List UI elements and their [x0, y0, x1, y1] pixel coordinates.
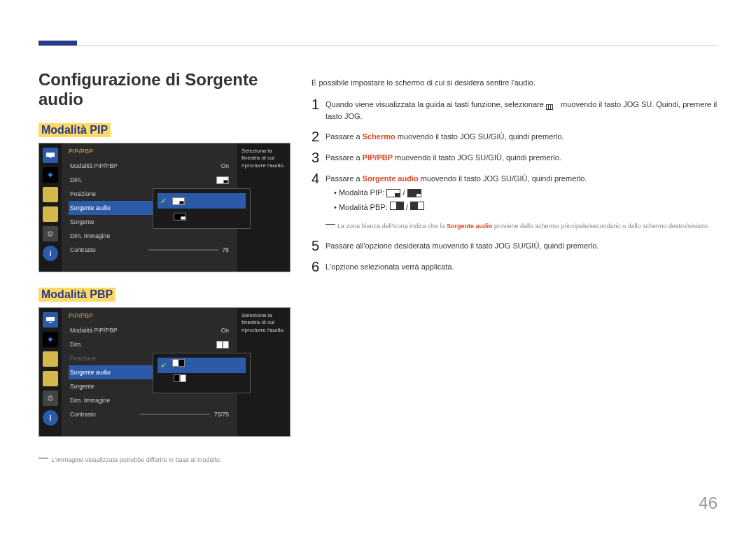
osd-sidebar: ✦ ⚙ i	[39, 143, 62, 272]
popup-pip: ✔	[153, 188, 251, 229]
osd-pip: ✦ ⚙ i PIP/PBP Modalità PIP/PBPOn Dim. Po…	[38, 143, 290, 272]
check-icon: ✔	[160, 361, 167, 370]
check-icon: ✔	[160, 197, 167, 206]
popup-pbp: ✔	[153, 353, 251, 393]
info-icon: i	[43, 410, 58, 426]
gear-icon: ⚙	[43, 391, 58, 406]
tab-icon-1	[43, 351, 58, 367]
info-icon: i	[43, 246, 58, 261]
pip-icon-sub	[407, 189, 421, 197]
pbp-option-left-icon	[172, 359, 185, 372]
bullet-pbp: • Modalità PBP: /	[334, 202, 718, 214]
osd-pbp: ✦ ⚙ i PIP/PBP Modalità PIP/PBPOn Dim. Po…	[38, 307, 290, 437]
monitor-icon	[43, 312, 58, 328]
pbp-icon-right	[410, 202, 424, 214]
step-3: 3 Passare a PIP/PBP muovendo il tasto JO…	[312, 150, 718, 165]
osd-menu: PIP/PBP Modalità PIP/PBPOn Dim. Posizion…	[62, 308, 237, 436]
left-column: Configurazione di Sorgente audio Modalit…	[38, 42, 290, 465]
right-column: È possibile impostare lo schermo di cui …	[312, 42, 718, 465]
menu-row-mode: Modalità PIP/PBPOn	[69, 159, 230, 173]
nav-icon: ✦	[43, 332, 58, 347]
step-5: 5 Passare all'opzione desiderata muovend…	[312, 238, 718, 253]
note-dash: ―	[38, 451, 48, 463]
svg-rect-3	[49, 322, 52, 323]
pbp-option-right-icon	[174, 374, 186, 387]
monitor-icon	[43, 148, 58, 163]
menu-row-imgsize: Dim. Immagine	[69, 229, 230, 243]
menu-row-dim: Dim.	[69, 337, 230, 351]
osd-sidebar: ✦ ⚙ i	[39, 308, 62, 436]
tab-icon-2	[43, 371, 58, 386]
popup-option-1: ✔	[158, 358, 246, 373]
menu-row-mode: Modalità PIP/PBPOn	[69, 323, 230, 337]
pip-option-sub-icon	[174, 213, 186, 220]
step-6: 6 L'opzione selezionata verrà applicata.	[312, 259, 718, 274]
tab-icon-2	[43, 206, 58, 222]
pbp-size-icon	[216, 341, 229, 349]
popup-option-2	[158, 373, 246, 388]
slider-track	[148, 249, 218, 251]
step-1: 1 Quando viene visualizzata la guida ai …	[312, 97, 718, 123]
pip-icon-main	[386, 189, 400, 197]
menu-row-contrast: Contrasto75/75	[69, 407, 230, 421]
gear-icon: ⚙	[43, 226, 58, 241]
tab-icon-1	[43, 187, 58, 202]
subtitle-pbp: Modalità PBP	[38, 288, 115, 302]
popup-option-2	[158, 209, 246, 224]
footnote: L'immagine visualizzata potrebbe differi…	[51, 456, 221, 463]
menu-row-contrast: Contrasto75	[69, 243, 230, 257]
svg-rect-0	[46, 153, 55, 157]
nav-icon: ✦	[43, 167, 58, 183]
osd-title: PIP/PBP	[69, 148, 230, 155]
bullet-pip: • Modalità PIP: /	[334, 187, 718, 199]
menu-row-dim: Dim.	[69, 173, 230, 187]
osd-menu: PIP/PBP Modalità PIP/PBPOn Dim. Posizion…	[62, 143, 237, 272]
step-4: 4 Passare a Sorgente audio muovendo il t…	[312, 171, 718, 232]
menu-row-imgsize: Dim. Immagine	[69, 393, 230, 407]
intro-text: È possibile impostare lo schermo di cui …	[312, 77, 718, 90]
slider-track	[140, 414, 210, 415]
icon-note: La zona bianca dell'icona indica che la …	[337, 223, 710, 230]
header-rule	[38, 45, 718, 46]
osd-title: PIP/PBP	[69, 312, 230, 319]
page-title: Configurazione di Sorgente audio	[38, 70, 290, 109]
page-number: 46	[699, 493, 718, 513]
menu-grid-icon	[546, 101, 559, 108]
pip-size-icon	[216, 176, 229, 184]
svg-rect-1	[49, 157, 52, 158]
subtitle-pip: Modalità PIP	[38, 123, 111, 137]
pbp-icon-left	[390, 202, 404, 214]
step-2: 2 Passare a Schermo muovendo il tasto JO…	[312, 129, 718, 144]
pip-option-main-icon	[172, 197, 185, 205]
popup-option-1: ✔	[158, 193, 246, 209]
svg-rect-2	[46, 317, 55, 321]
